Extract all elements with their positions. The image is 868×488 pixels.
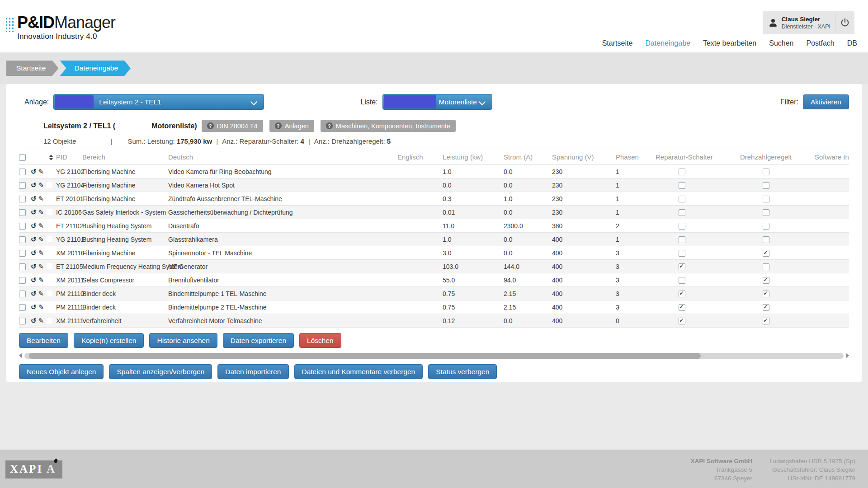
filter-activate-button[interactable]: Aktivieren (803, 94, 849, 109)
col-header-drehzahl[interactable]: Drehzahlgeregelt (721, 149, 811, 165)
reparatur-schalter-checkbox[interactable] (679, 182, 685, 189)
history-icon[interactable]: ↺ (31, 249, 37, 257)
drehzahlgeregelt-checkbox[interactable] (763, 263, 769, 270)
col-header-pid[interactable]: PID (54, 149, 80, 165)
reparatur-schalter-checkbox[interactable] (679, 250, 685, 257)
history-icon[interactable]: ↺ (31, 303, 37, 311)
nav-item-postfach[interactable]: Postfach (807, 39, 835, 47)
historie-ansehen-button[interactable]: Historie ansehen (149, 333, 217, 348)
help-badge-anlagen[interactable]: ?Anlagen (269, 120, 314, 132)
status-verbergen-button[interactable]: Status verbergen (428, 364, 497, 379)
col-header-reparatur[interactable]: Reparatur-Schalter (643, 149, 721, 165)
drehzahlgeregelt-checkbox[interactable] (763, 304, 769, 311)
drehzahlgeregelt-checkbox[interactable] (763, 223, 769, 230)
edit-pencil-icon[interactable]: ✎ (38, 235, 44, 244)
kopie-n-erstellen-button[interactable]: Kopie(n) erstellen (74, 333, 144, 348)
row-select-checkbox[interactable] (19, 304, 26, 311)
scroll-left-icon[interactable] (19, 353, 22, 358)
drehzahlgeregelt-checkbox[interactable] (763, 277, 769, 284)
user-box[interactable]: Claus Siegler Dienstleister - XAPI (763, 11, 854, 34)
edit-pencil-icon[interactable]: ✎ (38, 181, 44, 189)
neues-objekt-anlegen-button[interactable]: Neues Objekt anlegen (19, 364, 104, 379)
breadcrumb-startseite[interactable]: Startseite (6, 61, 58, 76)
col-header-bereich[interactable]: Bereich (80, 149, 166, 165)
history-icon[interactable]: ↺ (31, 208, 37, 216)
spalten-anzeigen-verbergen-button[interactable]: Spalten anzeigen/verbergen (109, 364, 212, 379)
row-select-checkbox[interactable] (19, 196, 26, 202)
col-header-deutsch[interactable]: Deutsch (166, 149, 397, 165)
scrollbar-track[interactable] (24, 353, 844, 359)
history-icon[interactable]: ↺ (31, 195, 37, 203)
nav-item-suchen[interactable]: Suchen (769, 39, 793, 47)
row-select-checkbox[interactable] (19, 182, 26, 189)
edit-pencil-icon[interactable]: ✎ (38, 195, 44, 203)
col-header-spannung[interactable]: Spannung (V) (539, 149, 603, 165)
edit-pencil-icon[interactable]: ✎ (38, 249, 44, 257)
reparatur-schalter-checkbox[interactable] (679, 277, 685, 284)
col-header-phasen[interactable]: Phasen (603, 149, 643, 165)
select-all-checkbox[interactable] (19, 154, 26, 161)
col-header-strom[interactable]: Strom (A) (491, 149, 539, 165)
row-select-checkbox[interactable] (19, 250, 26, 257)
drehzahlgeregelt-checkbox[interactable] (763, 209, 769, 216)
edit-pencil-icon[interactable]: ✎ (38, 290, 44, 298)
row-select-checkbox[interactable] (19, 263, 26, 270)
nav-item-dateneingabe[interactable]: Dateneingabe (645, 39, 690, 47)
edit-pencil-icon[interactable]: ✎ (38, 208, 44, 216)
row-select-checkbox[interactable] (19, 318, 26, 324)
reparatur-schalter-checkbox[interactable] (679, 236, 685, 243)
history-icon[interactable]: ↺ (31, 181, 37, 189)
col-header-leistung[interactable]: Leistung (kw) (430, 149, 491, 165)
horizontal-scrollbar[interactable] (19, 352, 849, 359)
reparatur-schalter-checkbox[interactable] (679, 196, 685, 202)
daten-exportieren-button[interactable]: Daten exportieren (223, 333, 294, 348)
drehzahlgeregelt-checkbox[interactable] (763, 196, 769, 202)
löschen-button[interactable]: Löschen (299, 333, 341, 348)
reparatur-schalter-checkbox[interactable] (679, 223, 685, 230)
reparatur-schalter-checkbox[interactable] (679, 291, 685, 297)
bearbeiten-button[interactable]: Bearbeiten (19, 333, 68, 348)
help-badge-maschinen-komponenten-instrumente[interactable]: ?Maschinen, Komponenten, Instrumente (321, 120, 456, 132)
reparatur-schalter-checkbox[interactable] (679, 318, 685, 324)
help-badge-din-28004-t4[interactable]: ?DIN 28004 T4 (202, 120, 263, 132)
drehzahlgeregelt-checkbox[interactable] (763, 250, 769, 257)
liste-select[interactable]: Motorenliste (382, 94, 492, 110)
nav-item-startseite[interactable]: Startseite (602, 39, 633, 47)
col-header-software[interactable]: Software Infor (811, 149, 849, 165)
drehzahlgeregelt-checkbox[interactable] (763, 236, 769, 243)
row-select-checkbox[interactable] (19, 223, 26, 230)
edit-pencil-icon[interactable]: ✎ (38, 263, 44, 271)
history-icon[interactable]: ↺ (31, 276, 37, 284)
history-icon[interactable]: ↺ (31, 317, 37, 325)
scroll-right-icon[interactable] (846, 353, 849, 358)
row-select-checkbox[interactable] (19, 169, 26, 175)
row-select-checkbox[interactable] (19, 209, 26, 216)
edit-pencil-icon[interactable]: ✎ (38, 168, 44, 176)
drehzahlgeregelt-checkbox[interactable] (763, 318, 769, 324)
edit-pencil-icon[interactable]: ✎ (38, 317, 44, 325)
daten-importieren-button[interactable]: Daten importieren (217, 364, 288, 379)
reparatur-schalter-checkbox[interactable] (679, 263, 685, 270)
drehzahlgeregelt-checkbox[interactable] (763, 182, 769, 189)
sort-icon[interactable] (49, 155, 53, 160)
history-icon[interactable]: ↺ (31, 168, 37, 176)
reparatur-schalter-checkbox[interactable] (679, 209, 685, 216)
anlage-select[interactable]: Leitsystem 2 - TEL1 (53, 94, 264, 110)
dateien-und-kommentare-verbergen-button[interactable]: Dateien und Kommentare verbergen (294, 364, 423, 379)
drehzahlgeregelt-checkbox[interactable] (763, 291, 769, 297)
history-icon[interactable]: ↺ (31, 222, 37, 230)
logout-power-icon[interactable] (840, 18, 850, 28)
edit-pencil-icon[interactable]: ✎ (38, 276, 44, 284)
row-select-checkbox[interactable] (19, 236, 26, 243)
row-select-checkbox[interactable] (19, 277, 26, 284)
edit-pencil-icon[interactable]: ✎ (38, 222, 44, 230)
nav-item-db[interactable]: DB (847, 39, 857, 47)
history-icon[interactable]: ↺ (31, 290, 37, 298)
reparatur-schalter-checkbox[interactable] (679, 169, 685, 175)
breadcrumb-dateneingabe[interactable]: Dateneingabe (60, 61, 131, 76)
row-select-checkbox[interactable] (19, 291, 26, 297)
history-icon[interactable]: ↺ (31, 235, 37, 244)
scrollbar-thumb[interactable] (29, 353, 701, 359)
reparatur-schalter-checkbox[interactable] (679, 304, 685, 311)
edit-pencil-icon[interactable]: ✎ (38, 303, 44, 311)
